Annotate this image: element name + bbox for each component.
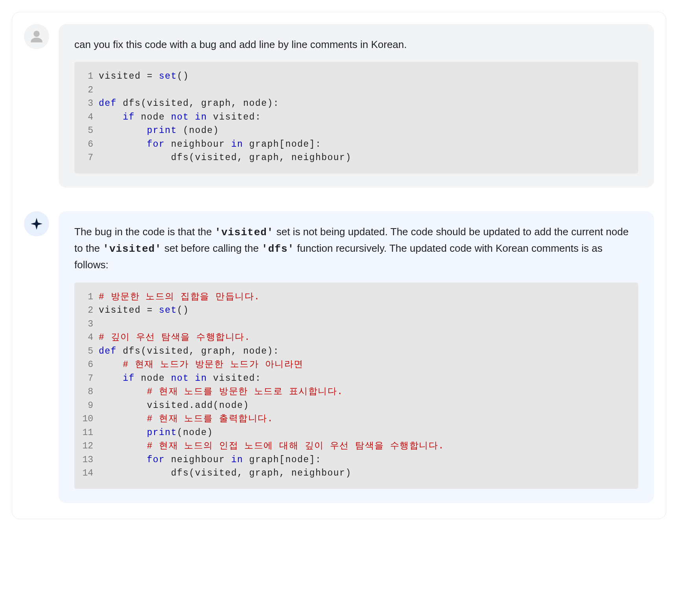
code-line: 6 for neighbour in graph[node]:	[81, 138, 629, 151]
user-turn: can you fix this code with a bug and add…	[24, 24, 654, 188]
code-line: 4# 깊이 우선 탐색을 수행합니다.	[81, 331, 629, 345]
line-content: # 현재 노드가 방문한 노드가 아니라면	[99, 358, 629, 372]
code-line: 10 # 현재 노드를 출력합니다.	[81, 412, 629, 426]
line-number: 4	[81, 111, 99, 124]
line-content	[99, 317, 629, 331]
assistant-bubble: The bug in the code is that the 'visited…	[59, 211, 654, 503]
code-line: 5def dfs(visited, graph, node):	[81, 345, 629, 358]
line-number: 3	[81, 97, 99, 111]
assistant-avatar	[24, 211, 49, 236]
line-content: for neighbour in graph[node]:	[99, 138, 629, 151]
code-line: 1# 방문한 노드의 집합을 만듭니다.	[81, 290, 629, 304]
code-line: 3	[81, 317, 629, 331]
line-content: # 현재 노드를 방문한 노드로 표시합니다.	[99, 385, 629, 399]
line-number: 11	[81, 426, 99, 440]
line-number: 6	[81, 138, 99, 151]
line-content: if node not in visited:	[99, 372, 629, 385]
line-number: 4	[81, 331, 99, 345]
code-line: 2	[81, 83, 629, 97]
assistant-code-block: 1# 방문한 노드의 집합을 만듭니다.2visited = set()34# …	[74, 282, 638, 489]
line-number: 1	[81, 70, 99, 83]
line-content: def dfs(visited, graph, node):	[99, 345, 629, 358]
code-line: 3def dfs(visited, graph, node):	[81, 97, 629, 111]
line-content: # 방문한 노드의 집합을 만듭니다.	[99, 290, 629, 304]
code-line: 8 # 현재 노드를 방문한 노드로 표시합니다.	[81, 385, 629, 399]
line-content: def dfs(visited, graph, node):	[99, 97, 629, 111]
line-content: if node not in visited:	[99, 111, 629, 124]
code-line: 12 # 현재 노드의 인접 노드에 대해 깊이 우선 탐색을 수행합니다.	[81, 439, 629, 453]
line-content: visited.add(node)	[99, 399, 629, 413]
user-code-block: 1visited = set()23def dfs(visited, graph…	[74, 62, 638, 173]
line-number: 12	[81, 439, 99, 453]
user-avatar	[24, 24, 49, 49]
assistant-turn: The bug in the code is that the 'visited…	[24, 211, 654, 503]
line-number: 5	[81, 345, 99, 358]
line-content: visited = set()	[99, 304, 629, 317]
line-content: for neighbour in graph[node]:	[99, 453, 629, 467]
line-number: 1	[81, 290, 99, 304]
code-line: 13 for neighbour in graph[node]:	[81, 453, 629, 467]
line-content: visited = set()	[99, 70, 629, 83]
line-number: 2	[81, 83, 99, 97]
line-number: 13	[81, 453, 99, 467]
line-number: 10	[81, 412, 99, 426]
code-line: 4 if node not in visited:	[81, 111, 629, 124]
sparkle-icon	[29, 217, 44, 231]
line-number: 7	[81, 372, 99, 385]
line-number: 9	[81, 399, 99, 413]
person-icon	[28, 28, 45, 45]
code-line: 11 print(node)	[81, 426, 629, 440]
user-prompt-text: can you fix this code with a bug and add…	[74, 37, 638, 52]
line-number: 7	[81, 151, 99, 165]
line-content: print (node)	[99, 124, 629, 138]
line-number: 8	[81, 385, 99, 399]
line-content: # 현재 노드를 출력합니다.	[99, 412, 629, 426]
conversation-card: can you fix this code with a bug and add…	[12, 12, 666, 519]
line-number: 6	[81, 358, 99, 372]
line-content: # 깊이 우선 탐색을 수행합니다.	[99, 331, 629, 345]
code-line: 6 # 현재 노드가 방문한 노드가 아니라면	[81, 358, 629, 372]
line-number: 5	[81, 124, 99, 138]
code-line: 5 print (node)	[81, 124, 629, 138]
code-line: 14 dfs(visited, graph, neighbour)	[81, 467, 629, 480]
line-content	[99, 83, 629, 97]
code-line: 2visited = set()	[81, 304, 629, 317]
code-line: 9 visited.add(node)	[81, 399, 629, 413]
code-line: 7 dfs(visited, graph, neighbour)	[81, 151, 629, 165]
code-line: 1visited = set()	[81, 70, 629, 83]
assistant-response-text: The bug in the code is that the 'visited…	[74, 224, 638, 273]
line-number: 14	[81, 467, 99, 480]
line-content: dfs(visited, graph, neighbour)	[99, 151, 629, 165]
line-content: dfs(visited, graph, neighbour)	[99, 467, 629, 480]
user-bubble: can you fix this code with a bug and add…	[59, 24, 654, 188]
svg-point-0	[33, 31, 39, 37]
line-number: 2	[81, 304, 99, 317]
line-content: # 현재 노드의 인접 노드에 대해 깊이 우선 탐색을 수행합니다.	[99, 439, 629, 453]
line-content: print(node)	[99, 426, 629, 440]
line-number: 3	[81, 317, 99, 331]
code-line: 7 if node not in visited:	[81, 372, 629, 385]
